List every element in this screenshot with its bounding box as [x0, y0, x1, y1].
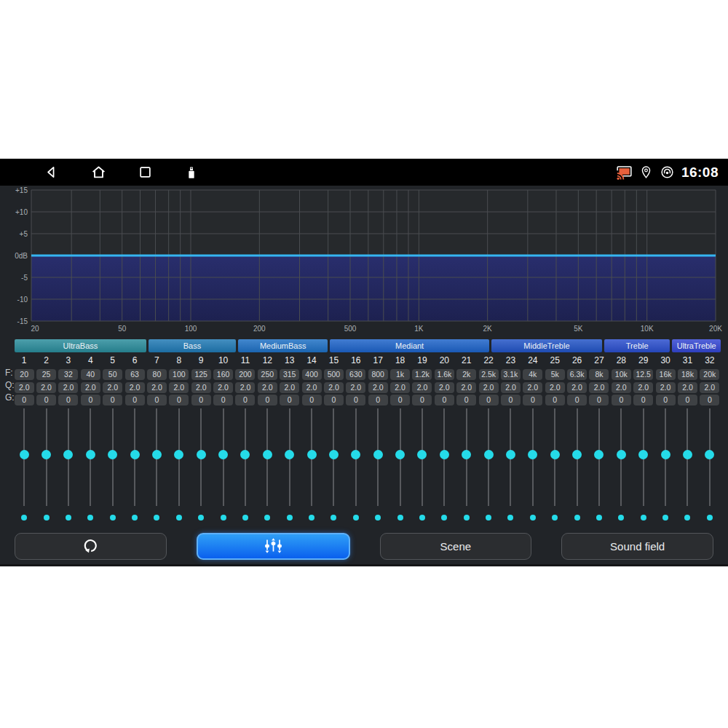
- eq-channel-column: 91252.00: [190, 355, 212, 521]
- gain-slider-thumb[interactable]: [683, 450, 692, 459]
- gain-slider-thumb[interactable]: [462, 450, 471, 459]
- frequency-value-chip: 25: [36, 369, 56, 380]
- gain-slider-thumb[interactable]: [86, 450, 95, 459]
- eq-channel-column: 191.2k2.00: [411, 355, 433, 521]
- channel-indicator-dot: [375, 515, 381, 521]
- gain-slider-thumb[interactable]: [440, 450, 449, 459]
- gain-slider[interactable]: [709, 408, 711, 506]
- gain-value-chip: 0: [147, 395, 167, 405]
- x-axis-label: 500: [344, 325, 357, 333]
- gain-slider[interactable]: [266, 408, 268, 506]
- gain-slider-thumb[interactable]: [108, 450, 117, 459]
- sound-field-button[interactable]: Sound field: [561, 533, 713, 560]
- gain-slider[interactable]: [90, 408, 91, 506]
- q-factor-value-chip: 2.0: [36, 382, 56, 393]
- band-segment-ultratreble: UltraTreble: [672, 339, 721, 352]
- channel-indicator-dot: [198, 515, 204, 521]
- channel-indicator-dot: [486, 515, 491, 521]
- gain-slider-thumb[interactable]: [63, 450, 73, 459]
- home-icon[interactable]: [90, 164, 107, 181]
- gain-slider-thumb[interactable]: [594, 450, 604, 459]
- eq-channel-column: 1202.00: [13, 355, 35, 521]
- gain-slider[interactable]: [577, 408, 578, 506]
- frequency-value-chip: 2.5k: [479, 369, 499, 380]
- channel-number: 26: [572, 355, 582, 368]
- gain-slider-thumb[interactable]: [174, 450, 183, 459]
- gain-slider[interactable]: [134, 408, 135, 506]
- gain-slider-thumb[interactable]: [395, 450, 405, 459]
- gain-slider-thumb[interactable]: [373, 450, 383, 459]
- channel-indicator-dot: [309, 515, 314, 521]
- gain-slider-thumb[interactable]: [705, 450, 714, 459]
- gain-slider[interactable]: [311, 408, 312, 506]
- gain-slider[interactable]: [422, 408, 423, 506]
- gain-slider-thumb[interactable]: [484, 450, 494, 459]
- gain-slider[interactable]: [643, 408, 644, 506]
- channel-number: 13: [285, 355, 294, 368]
- usb-drive-icon[interactable]: [183, 164, 199, 181]
- gain-slider[interactable]: [554, 408, 555, 506]
- gain-slider-thumb[interactable]: [218, 450, 228, 459]
- gain-slider[interactable]: [532, 408, 534, 506]
- y-axis-label: -5: [21, 274, 28, 282]
- gain-slider[interactable]: [333, 408, 334, 506]
- gain-slider[interactable]: [245, 408, 246, 506]
- recents-icon[interactable]: [138, 165, 152, 179]
- gain-slider-thumb[interactable]: [329, 450, 339, 459]
- gain-slider-thumb[interactable]: [197, 450, 206, 459]
- gain-slider-thumb[interactable]: [130, 450, 140, 459]
- scene-button-label: Scene: [440, 540, 472, 553]
- gain-slider[interactable]: [665, 408, 666, 506]
- gain-slider-thumb[interactable]: [152, 450, 162, 459]
- reset-button[interactable]: [15, 533, 167, 560]
- gain-slider-thumb[interactable]: [528, 450, 537, 459]
- gain-slider[interactable]: [598, 408, 600, 506]
- equalizer-tab-button[interactable]: [197, 533, 350, 560]
- gain-slider-thumb[interactable]: [638, 450, 648, 459]
- gain-slider[interactable]: [156, 408, 157, 506]
- gain-slider-thumb[interactable]: [41, 450, 51, 459]
- gain-slider[interactable]: [68, 408, 69, 506]
- status-bar-right: 16:08: [616, 159, 728, 186]
- gain-slider[interactable]: [620, 408, 622, 506]
- channel-indicator-dot: [397, 515, 403, 521]
- gain-slider-thumb[interactable]: [307, 450, 317, 459]
- scene-button[interactable]: Scene: [380, 533, 532, 560]
- channel-number: 31: [683, 355, 692, 368]
- q-factor-value-chip: 2.0: [191, 382, 211, 393]
- gain-slider-thumb[interactable]: [285, 450, 294, 459]
- eq-fill: [31, 256, 716, 321]
- gain-slider[interactable]: [377, 408, 379, 506]
- frequency-value-chip: 5k: [545, 369, 565, 380]
- gain-slider-thumb[interactable]: [417, 450, 427, 459]
- gain-slider[interactable]: [23, 408, 25, 506]
- frequency-value-chip: 3.1k: [501, 369, 521, 380]
- gain-slider[interactable]: [178, 408, 180, 506]
- gain-slider-thumb[interactable]: [351, 450, 360, 459]
- gain-slider[interactable]: [112, 408, 114, 506]
- q-factor-value-chip: 2.0: [412, 382, 432, 393]
- gain-slider[interactable]: [355, 408, 357, 506]
- gain-slider-thumb[interactable]: [550, 450, 560, 459]
- gain-slider[interactable]: [443, 408, 445, 506]
- gain-slider-thumb[interactable]: [617, 450, 626, 459]
- gain-slider[interactable]: [223, 408, 224, 506]
- gain-slider-thumb[interactable]: [572, 450, 582, 459]
- gain-slider-thumb[interactable]: [240, 450, 250, 459]
- gain-slider[interactable]: [46, 408, 47, 506]
- status-bar: 16:08: [0, 159, 728, 186]
- gain-slider-thumb[interactable]: [661, 450, 670, 459]
- back-icon[interactable]: [44, 165, 59, 180]
- gain-slider-thumb[interactable]: [506, 450, 515, 459]
- y-axis-label: 0dB: [15, 252, 28, 260]
- gain-slider-thumb[interactable]: [20, 450, 29, 459]
- gain-slider[interactable]: [200, 408, 202, 506]
- gain-slider[interactable]: [488, 408, 489, 506]
- gain-slider[interactable]: [510, 408, 511, 506]
- gain-slider[interactable]: [687, 408, 688, 506]
- gain-slider[interactable]: [289, 408, 290, 506]
- gain-slider[interactable]: [400, 408, 401, 506]
- gain-slider[interactable]: [466, 408, 467, 506]
- gain-slider-thumb[interactable]: [263, 450, 272, 459]
- q-factor-value-chip: 2.0: [479, 382, 499, 393]
